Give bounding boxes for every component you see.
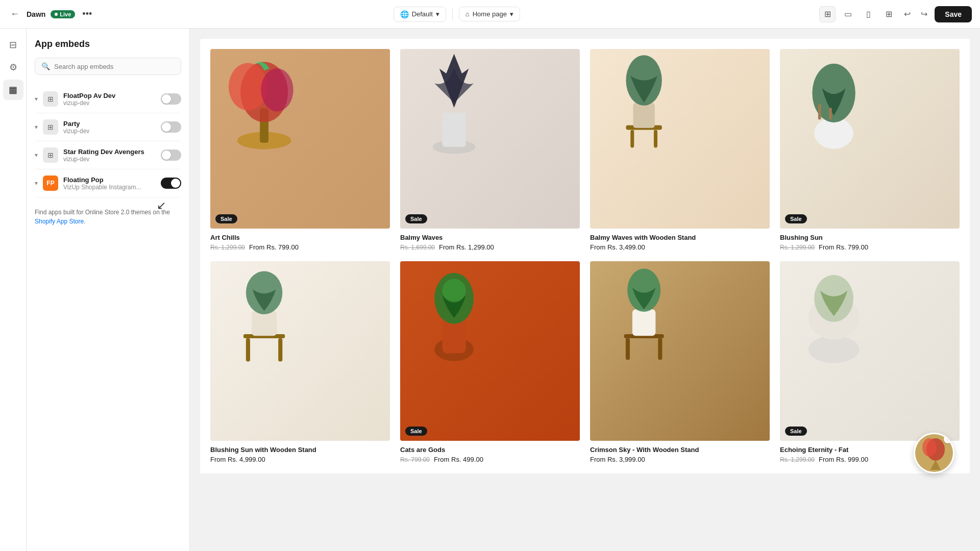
price-sale-blushing-sun: From Rs. 799.00 [819, 243, 868, 251]
product-card-echoing-eternity[interactable]: Sale Echoing Eternity - Fat Rs. 1,299.00… [780, 261, 960, 463]
plant-illustration-art-chills [210, 49, 318, 157]
product-card-balmy-waves[interactable]: Sale Balmy Waves Rs. 1,699.00 From Rs. 1… [400, 49, 580, 251]
redo-button[interactable]: ↪ [918, 7, 930, 21]
product-name-cats-are-gods: Cats are Gods [400, 446, 580, 454]
undo-button[interactable]: ↩ [901, 7, 914, 21]
embed-chevron-starrating[interactable]: ▾ [35, 152, 38, 159]
product-name-balmy-waves-stand: Balmy Waves with Wooden Stand [590, 234, 770, 241]
product-card-balmy-waves-stand[interactable]: Balmy Waves with Wooden Stand From Rs. 3… [590, 49, 770, 251]
mobile-view-button[interactable]: ▯ [860, 6, 876, 22]
desktop-view-button[interactable]: ⊞ [819, 6, 836, 22]
price-only-blushing-sun-stand: From Rs. 4,999.00 [210, 456, 265, 463]
price-original-art-chills: Rs. 1,299.00 [210, 244, 245, 251]
theme-selector[interactable]: 🌐 Default ▾ [394, 7, 446, 22]
embed-icon-floatingpop: FP [43, 176, 58, 191]
svg-rect-9 [654, 130, 657, 147]
rail-blocks-button[interactable]: ▦ [3, 80, 23, 100]
product-prices-blushing-sun-stand: From Rs. 4,999.00 [210, 456, 390, 463]
svg-rect-6 [443, 113, 466, 147]
svg-rect-17 [246, 338, 250, 361]
toggle-floatpop[interactable] [161, 93, 181, 105]
embed-item-floatingpop: ▾ FP Floating Pop VizUp Shopable Instagr… [35, 169, 181, 197]
sale-badge-art-chills: Sale [215, 214, 237, 223]
product-prices-balmy-waves: Rs. 1,699.00 From Rs. 1,299.00 [400, 243, 580, 251]
embed-chevron-party[interactable]: ▾ [35, 123, 38, 131]
store-name: Dawn [27, 10, 45, 18]
svg-rect-14 [818, 104, 821, 120]
toggle-slider-floatingpop [161, 178, 181, 189]
icon-rail: ⊟ ⚙ ▦ [0, 29, 27, 551]
embed-info-floatpop: FloatPop Av Dev vizup-dev [63, 92, 156, 107]
embed-icon-starrating: ⊞ [43, 147, 58, 163]
sale-badge-balmy-waves: Sale [405, 214, 427, 223]
floating-popup-bubble[interactable]: × [914, 433, 954, 473]
svg-point-35 [922, 438, 937, 457]
product-card-cats-are-gods[interactable]: Sale Cats are Gods Rs. 799.00 From Rs. 4… [400, 261, 580, 463]
rail-settings-button[interactable]: ⚙ [3, 57, 23, 78]
popup-close-button[interactable]: × [944, 435, 952, 443]
embed-dev-floatpop: vizup-dev [63, 99, 156, 107]
divider [452, 8, 453, 20]
embed-name-party: Party [63, 120, 156, 128]
live-badge: Live [51, 10, 75, 18]
embed-chevron-floatpop[interactable]: ▾ [35, 95, 38, 103]
price-sale-art-chills: From Rs. 799.00 [249, 243, 299, 251]
embed-dev-party: vizup-dev [63, 128, 156, 135]
shopify-app-store-link[interactable]: Shopify App Store [35, 218, 84, 225]
toggle-party[interactable] [161, 121, 181, 133]
product-name-blushing-sun-stand: Blushing Sun with Wooden Stand [210, 446, 390, 454]
desktop-icon: ⊞ [824, 9, 831, 19]
product-card-blushing-sun[interactable]: Sale Blushing Sun Rs. 1,299.00 From Rs. … [780, 49, 960, 251]
embed-info-party: Party vizup-dev [63, 120, 156, 135]
svg-rect-27 [658, 338, 662, 360]
sidebar-title: App embeds [35, 39, 181, 49]
product-image-art-chills: Sale [210, 49, 390, 229]
embed-info-starrating: Star Rating Dev Avengers vizup-dev [63, 148, 156, 163]
search-input[interactable] [54, 63, 175, 70]
embed-icon-floatpop: ⊞ [43, 91, 58, 107]
price-only-crimson-sky: From Rs. 3,999.00 [590, 456, 645, 463]
embed-info-floatingpop: Floating Pop VizUp Shopable Instagram... [63, 176, 156, 191]
save-button[interactable]: Save [935, 6, 972, 22]
embed-chevron-floatingpop[interactable]: ▾ [35, 180, 38, 187]
sale-badge-echoing-eternity: Sale [785, 427, 807, 436]
svg-rect-28 [632, 309, 655, 336]
embed-icon-party: ⊞ [43, 119, 58, 135]
back-icon: ← [10, 9, 19, 19]
page-selector[interactable]: ⌂ Home page ▾ [459, 7, 520, 21]
toggle-floatingpop[interactable] [161, 178, 181, 189]
product-prices-balmy-waves-stand: From Rs. 3,499.00 [590, 243, 770, 251]
blocks-icon: ▦ [9, 84, 17, 95]
svg-point-24 [443, 279, 466, 303]
product-card-art-chills[interactable]: Sale Art Chills Rs. 1,299.00 From Rs. 79… [210, 49, 390, 251]
product-card-crimson-sky[interactable]: Crimson Sky - With Wooden Stand From Rs.… [590, 261, 770, 463]
svg-point-30 [808, 336, 860, 363]
plant-illustration-echoing-eternity [780, 261, 888, 369]
embed-dev-floatingpop: VizUp Shopable Instagram... [63, 184, 156, 191]
plant-illustration-balmy-waves-stand [590, 49, 698, 157]
price-original-balmy-waves: Rs. 1,699.00 [400, 244, 435, 251]
product-image-blushing-sun-stand [210, 261, 390, 441]
tablet-view-button[interactable]: ▭ [840, 6, 856, 22]
toggle-starrating[interactable] [161, 149, 181, 161]
svg-rect-18 [278, 338, 282, 361]
product-prices-crimson-sky: From Rs. 3,999.00 [590, 456, 770, 463]
plant-illustration-crimson-sky [590, 261, 698, 369]
svg-rect-26 [626, 338, 630, 360]
embed-item-starrating: ▾ ⊞ Star Rating Dev Avengers vizup-dev [35, 141, 181, 169]
embed-item-floatpop: ▾ ⊞ FloatPop Av Dev vizup-dev [35, 85, 181, 113]
more-view-button[interactable]: ⊞ [880, 6, 897, 22]
product-image-blushing-sun: Sale [780, 49, 960, 229]
price-sale-balmy-waves: From Rs. 1,299.00 [439, 243, 494, 251]
product-name-blushing-sun: Blushing Sun [780, 234, 960, 241]
content-area: Sale Art Chills Rs. 1,299.00 From Rs. 79… [190, 29, 980, 551]
product-card-blushing-sun-stand[interactable]: Blushing Sun with Wooden Stand From Rs. … [210, 261, 390, 463]
price-sale-echoing-eternity: From Rs. 999.00 [819, 456, 868, 463]
svg-rect-8 [630, 130, 634, 147]
topbar: ← Dawn Live ••• 🌐 Default ▾ ⌂ Home page … [0, 0, 980, 29]
more-button[interactable]: ••• [80, 7, 94, 21]
rail-sections-button[interactable]: ⊟ [3, 35, 23, 55]
back-button[interactable]: ← [8, 7, 21, 21]
home-icon: ⌂ [465, 10, 470, 18]
main-layout: ⊟ ⚙ ▦ App embeds 🔍 ▾ ⊞ FloatPop Av Dev v… [0, 29, 980, 551]
